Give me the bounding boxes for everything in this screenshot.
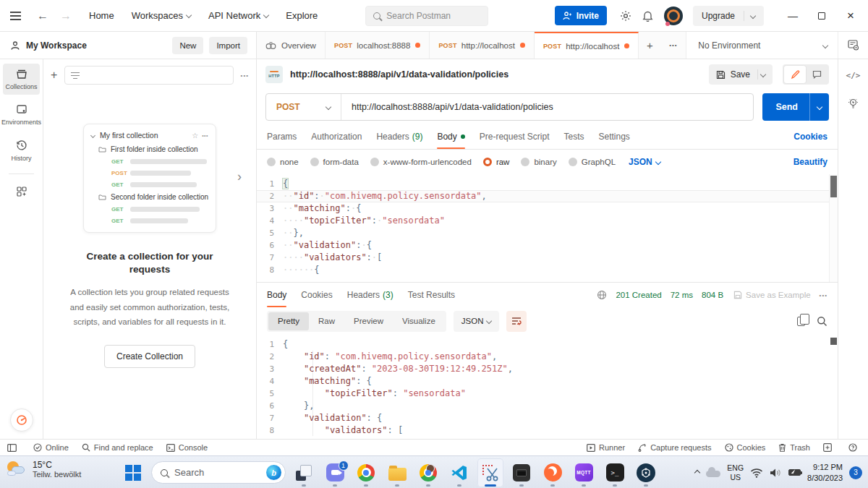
- battery-icon[interactable]: [788, 469, 801, 476]
- tab-request-2[interactable]: POST http://localhost: [430, 32, 534, 59]
- capture-requests-button[interactable]: Capture requests: [638, 443, 711, 452]
- hivemq-app[interactable]: [633, 458, 659, 487]
- notification-count-badge[interactable]: 3: [849, 466, 862, 479]
- view-raw[interactable]: Raw: [309, 312, 344, 330]
- postman-app[interactable]: [540, 458, 566, 487]
- response-tab-body[interactable]: Body: [267, 283, 286, 307]
- tray-expand-icon[interactable]: [694, 469, 700, 475]
- hamburger-menu-icon[interactable]: [10, 15, 21, 17]
- folder-row[interactable]: First folder inside collection: [98, 145, 208, 153]
- response-language-dropdown[interactable]: JSON: [454, 311, 500, 332]
- language-dropdown[interactable]: JSON: [629, 157, 660, 167]
- workspace-title[interactable]: My Workspace: [26, 40, 87, 51]
- add-collection-button[interactable]: +: [51, 69, 57, 82]
- request-skeleton-row[interactable]: GET: [111, 218, 208, 224]
- clock[interactable]: 9:12 PM 8/30/2023: [807, 462, 843, 483]
- file-explorer-app[interactable]: [384, 458, 410, 487]
- request-skeleton-row[interactable]: GET: [111, 158, 208, 165]
- nav-explore[interactable]: Explore: [286, 10, 318, 21]
- radio-graphql[interactable]: GraphQL: [569, 158, 616, 166]
- sidebar-configure-icon[interactable]: [0, 181, 43, 197]
- vscode-app[interactable]: [446, 458, 472, 487]
- response-time[interactable]: 72 ms: [671, 291, 693, 299]
- start-button[interactable]: [120, 458, 146, 487]
- tab-overview[interactable]: Overview: [257, 32, 326, 59]
- radio-x-www-form-urlencoded[interactable]: x-www-form-urlencoded: [370, 158, 472, 166]
- scrollbar-thumb[interactable]: [830, 338, 837, 345]
- scrollbar-thumb[interactable]: [830, 176, 837, 197]
- tab-tests[interactable]: Tests: [563, 124, 584, 149]
- response-more-button[interactable]: •••: [820, 292, 827, 299]
- new-tab-button[interactable]: +: [639, 32, 660, 59]
- scrollbar[interactable]: [829, 335, 838, 439]
- create-collection-button[interactable]: Create Collection: [104, 345, 195, 368]
- code-snippet-icon[interactable]: </>: [846, 71, 861, 80]
- edit-pencil-button[interactable]: [784, 66, 806, 83]
- environment-quick-look-button[interactable]: [838, 32, 868, 59]
- tab-params[interactable]: Params: [267, 124, 297, 149]
- tab-request-1[interactable]: POST localhost:8888: [326, 32, 430, 59]
- request-skeleton-row[interactable]: POST: [111, 170, 208, 176]
- method-dropdown[interactable]: POST: [266, 94, 341, 120]
- runner-button[interactable]: Runner: [587, 443, 625, 452]
- nav-home[interactable]: Home: [89, 10, 114, 21]
- filter-input[interactable]: [64, 66, 233, 85]
- console-button[interactable]: Console: [166, 443, 208, 452]
- toggle-sidebar-button[interactable]: [7, 444, 20, 452]
- response-body-editor[interactable]: 1{2 "id": "com.hivemq.policy.sensordata"…: [257, 335, 838, 439]
- beautify-link[interactable]: Beautify: [793, 157, 827, 167]
- request-skeleton-row[interactable]: GET: [111, 181, 208, 188]
- find-and-replace-button[interactable]: Find and replace: [82, 443, 153, 452]
- onedrive-icon[interactable]: [706, 471, 720, 477]
- upgrade-button[interactable]: Upgrade: [693, 6, 764, 26]
- send-button[interactable]: Send: [762, 93, 829, 121]
- wifi-icon[interactable]: [750, 468, 763, 478]
- wrap-lines-button[interactable]: [506, 311, 527, 332]
- view-visualize[interactable]: Visualize: [393, 312, 445, 330]
- trash-button[interactable]: Trash: [778, 443, 810, 452]
- terminal-app[interactable]: >_: [602, 458, 628, 487]
- response-size[interactable]: 804 B: [702, 291, 723, 299]
- nav-api-network[interactable]: API Network: [208, 10, 268, 21]
- cookies-link[interactable]: Cookies: [793, 132, 827, 142]
- carousel-next-icon[interactable]: ›: [237, 169, 242, 184]
- url-input[interactable]: http://localhost:8888/api/v1/data-valida…: [352, 102, 553, 112]
- view-preview[interactable]: Preview: [344, 312, 393, 330]
- mqtt-app[interactable]: MQTT: [571, 458, 597, 487]
- comment-button[interactable]: [806, 66, 827, 83]
- folder-row[interactable]: Second folder inside collection: [98, 193, 208, 201]
- forward-arrow-icon[interactable]: →: [60, 9, 72, 22]
- cookies-button[interactable]: Cookies: [725, 443, 766, 452]
- radio-binary[interactable]: binary: [521, 158, 556, 166]
- tab-options-button[interactable]: •••: [660, 32, 686, 59]
- scrollbar[interactable]: [829, 174, 838, 282]
- collection-row[interactable]: My first collection ☆ •••: [91, 131, 208, 140]
- maximize-button[interactable]: [807, 1, 836, 30]
- new-button[interactable]: New: [172, 37, 203, 54]
- response-tab-headers[interactable]: Headers(3): [347, 283, 393, 307]
- close-button[interactable]: ×: [836, 1, 865, 30]
- import-button[interactable]: Import: [209, 37, 247, 54]
- invite-button[interactable]: Invite: [555, 6, 607, 25]
- status-code[interactable]: 201 Created: [616, 291, 661, 299]
- sidebar-more-button[interactable]: •••: [241, 72, 249, 79]
- response-tab-test-results[interactable]: Test Results: [408, 283, 455, 307]
- speaker-icon[interactable]: [770, 468, 782, 478]
- star-icon[interactable]: ☆: [192, 132, 198, 140]
- teams-app[interactable]: 1: [322, 458, 348, 487]
- language-switcher[interactable]: ENG US: [727, 463, 744, 481]
- tab-pre-request-script[interactable]: Pre-request Script: [480, 124, 550, 149]
- postbot-button[interactable]: [10, 408, 33, 432]
- lightbulb-icon[interactable]: [848, 98, 859, 110]
- tab-headers[interactable]: Headers(9): [376, 124, 422, 149]
- taskbar-search[interactable]: Search b: [151, 461, 286, 484]
- more-icon[interactable]: •••: [202, 133, 208, 138]
- response-tab-cookies[interactable]: Cookies: [301, 283, 332, 307]
- nav-workspaces[interactable]: Workspaces: [132, 10, 191, 21]
- help-button[interactable]: [848, 443, 861, 452]
- tab-settings[interactable]: Settings: [599, 124, 630, 149]
- notifications-bell-icon[interactable]: [642, 10, 653, 22]
- tab-request-3-active[interactable]: POST http://localhost: [535, 32, 639, 59]
- back-arrow-icon[interactable]: ←: [37, 9, 48, 22]
- panel-layout-button[interactable]: [823, 443, 835, 452]
